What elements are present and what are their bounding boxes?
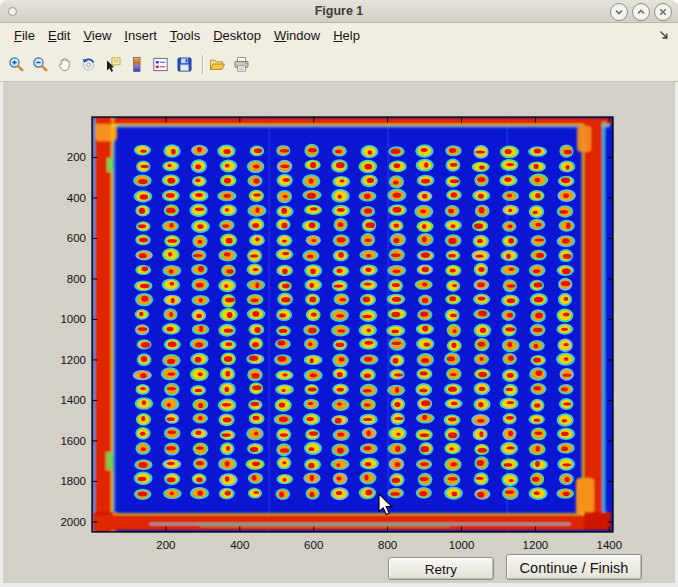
insert-legend-button[interactable]	[152, 56, 169, 73]
menu-insert[interactable]: Insert	[124, 28, 157, 43]
y-tick-label: 200	[67, 151, 86, 163]
y-tick-label: 1600	[60, 435, 86, 447]
toolbar-separator	[202, 55, 203, 74]
y-tick-label: 1000	[60, 313, 86, 325]
y-tick-label: 400	[67, 192, 86, 204]
y-tick-label: 1400	[60, 394, 86, 406]
open-file-button[interactable]	[209, 56, 226, 73]
figure-toolbar	[0, 47, 678, 82]
rotate-3d-icon	[80, 56, 97, 73]
pan-button[interactable]	[56, 56, 73, 73]
data-cursor-icon	[104, 56, 121, 73]
x-tick-label: 1200	[523, 539, 549, 551]
close-button[interactable]	[654, 3, 672, 21]
zoom-out-button[interactable]	[32, 56, 49, 73]
dock-figure-icon[interactable]	[658, 29, 670, 44]
x-tick-label: 200	[156, 539, 175, 551]
unshade-button[interactable]	[632, 3, 650, 21]
insert-colorbar-icon	[128, 56, 145, 73]
x-tick-label: 1400	[597, 539, 623, 551]
y-tick-label: 800	[67, 273, 86, 285]
close-icon	[657, 6, 669, 18]
figure-window: Figure 1 FileEditViewInsertToolsDesktopW…	[0, 0, 678, 587]
plate-image	[92, 117, 613, 532]
window-title: Figure 1	[0, 0, 678, 23]
chevron-down-icon	[613, 6, 625, 18]
titlebar: Figure 1	[0, 0, 678, 23]
menu-help[interactable]: Help	[333, 28, 360, 43]
x-tick-label: 600	[304, 539, 323, 551]
pan-icon	[56, 56, 73, 73]
plate-image-axes[interactable]: 2004006008001000120014002004006008001000…	[0, 82, 678, 587]
x-tick-label: 400	[230, 539, 249, 551]
zoom-out-icon	[32, 56, 49, 73]
retry-button[interactable]: Retry	[388, 557, 494, 580]
y-tick-label: 1800	[60, 475, 86, 487]
x-tick-label: 1000	[449, 539, 475, 551]
print-figure-button[interactable]	[233, 56, 250, 73]
insert-colorbar-button[interactable]	[128, 56, 145, 73]
insert-legend-icon	[152, 56, 169, 73]
save-figure-button[interactable]	[176, 56, 193, 73]
menu-tools[interactable]: Tools	[170, 28, 200, 43]
figure-canvas: 2004006008001000120014002004006008001000…	[0, 82, 678, 587]
menu-edit[interactable]: Edit	[48, 28, 70, 43]
window-controls	[610, 3, 672, 21]
x-tick-label: 800	[378, 539, 397, 551]
rotate-3d-button[interactable]	[80, 56, 97, 73]
open-file-icon	[209, 56, 226, 73]
zoom-in-icon	[8, 56, 25, 73]
shade-button[interactable]	[610, 3, 628, 21]
print-figure-icon	[233, 56, 250, 73]
menu-view[interactable]: View	[83, 28, 111, 43]
save-figure-icon	[176, 56, 193, 73]
data-cursor-button[interactable]	[104, 56, 121, 73]
menu-window[interactable]: Window	[274, 28, 320, 43]
continue-finish-button[interactable]: Continue / Finish	[506, 554, 642, 580]
zoom-in-button[interactable]	[8, 56, 25, 73]
menu-file[interactable]: File	[14, 28, 35, 43]
y-tick-label: 600	[67, 232, 86, 244]
y-tick-label: 2000	[60, 516, 86, 528]
y-tick-label: 1200	[60, 354, 86, 366]
menu-desktop[interactable]: Desktop	[213, 28, 261, 43]
menubar: FileEditViewInsertToolsDesktopWindowHelp	[0, 23, 678, 47]
chevron-up-icon	[635, 6, 647, 18]
